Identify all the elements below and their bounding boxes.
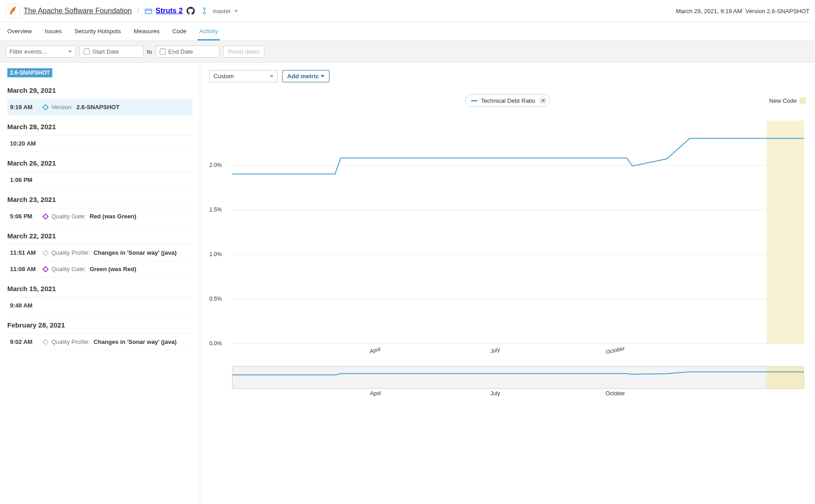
event-label: Quality Gate:: [51, 213, 86, 220]
header-meta: March 29, 2021, 9:19 AM Version 2.6-SNAP…: [676, 8, 810, 15]
event-marker-icon: [42, 338, 49, 345]
y-tick-label: 0.0%: [209, 340, 222, 347]
github-icon[interactable]: [187, 7, 195, 15]
day-date: March 15, 2021: [7, 277, 192, 297]
event-value: Changes in 'Sonar way' (java): [94, 338, 177, 345]
svg-point-3: [203, 12, 205, 14]
calendar-icon: [160, 49, 166, 55]
chart-area[interactable]: 0.0%0.5%1.0%1.5%2.0%AprilJulyOctober: [232, 121, 804, 343]
series-color-swatch: [471, 100, 477, 101]
activity-event-row[interactable]: 9:19 AMVersion:2.6-SNAPSHOT: [7, 99, 192, 116]
event-time: 11:08 AM: [10, 266, 40, 272]
day-block: February 28, 20219:02 AMQuality Profile:…: [0, 314, 200, 350]
day-block: March 26, 20211:06 PM: [0, 152, 200, 188]
nav-code[interactable]: Code: [171, 22, 188, 40]
newcode-legend: New Code: [769, 97, 806, 104]
day-date: February 28, 2021: [7, 314, 192, 334]
feather-icon: [9, 6, 17, 15]
last-analysis-time: March 29, 2021, 9:19 AM: [676, 8, 742, 15]
day-block: March 28, 202110:20 AM: [0, 116, 200, 152]
event-label: Quality Profile:: [51, 338, 90, 345]
version-sticky-tag: 2.6-SNAPSHOT: [7, 68, 52, 77]
overview-x-tick-label: October: [606, 390, 625, 397]
project-logo: [5, 4, 20, 18]
activity-event-row[interactable]: 1:06 PM: [7, 172, 192, 188]
nav-activity[interactable]: Activity: [197, 22, 220, 40]
nav-security-hotspots[interactable]: Security Hotspots: [73, 22, 123, 40]
to-label: to: [147, 48, 152, 55]
chevron-down-icon: [321, 75, 324, 77]
graph-type-dropdown[interactable]: Custom: [209, 70, 278, 82]
x-tick-label: October: [605, 345, 626, 356]
day-date: March 26, 2021: [7, 152, 192, 172]
reset-dates-button[interactable]: Reset dates: [223, 45, 264, 58]
project-version: Version 2.6-SNAPSHOT: [745, 8, 810, 15]
add-metric-button[interactable]: Add metric: [282, 70, 329, 82]
day-block: March 22, 202111:51 AMQuality Profile:Ch…: [0, 225, 200, 277]
project-icon: [145, 8, 152, 14]
event-time: 11:51 AM: [10, 249, 40, 256]
activity-event-row[interactable]: 9:02 AMQuality Profile:Changes in 'Sonar…: [7, 334, 192, 350]
graph-type-value: Custom: [213, 73, 234, 80]
activity-sidebar[interactable]: 2.6-SNAPSHOT March 29, 20219:19 AMVersio…: [0, 63, 200, 504]
event-label: Quality Profile:: [51, 249, 90, 256]
svg-rect-0: [145, 9, 152, 14]
event-marker-icon: [42, 266, 49, 272]
branch-caret-icon[interactable]: [234, 10, 238, 12]
event-time: 9:02 AM: [10, 338, 40, 345]
event-time: 1:06 PM: [10, 176, 40, 183]
day-date: March 28, 2021: [7, 116, 192, 136]
org-link[interactable]: The Apache Software Foundation: [24, 7, 132, 15]
chevron-down-icon: [68, 50, 72, 53]
end-date-input[interactable]: End Date: [156, 45, 219, 58]
day-block: March 15, 20219:48 AM: [0, 277, 200, 314]
event-marker-icon: [42, 249, 49, 256]
activity-event-row[interactable]: 11:51 AMQuality Profile:Changes in 'Sona…: [7, 245, 192, 261]
start-date-placeholder: Start Date: [92, 48, 119, 55]
gridline: [232, 343, 804, 344]
chart-panel: Custom Add metric Technical Debt Ratio ✕…: [200, 63, 815, 504]
overview-x-tick-label: April: [370, 390, 381, 397]
y-tick-label: 0.5%: [209, 296, 222, 302]
activity-event-row[interactable]: 11:08 AMQuality Gate:Green (was Red): [7, 261, 192, 277]
chart-line: [232, 121, 804, 343]
event-value: Changes in 'Sonar way' (java): [94, 249, 177, 256]
nav-measures[interactable]: Measures: [132, 22, 162, 40]
newcode-swatch: [800, 97, 806, 104]
activity-event-row[interactable]: 10:20 AM: [7, 136, 192, 152]
branch-name[interactable]: master: [213, 8, 231, 15]
remove-metric-button[interactable]: ✕: [539, 96, 547, 105]
x-tick-label: July: [490, 346, 501, 354]
branch-icon: [203, 7, 208, 15]
nav-issues[interactable]: Issues: [43, 22, 64, 40]
nav-overview[interactable]: Overview: [5, 22, 34, 40]
main-content: 2.6-SNAPSHOT March 29, 20219:19 AMVersio…: [0, 63, 815, 504]
y-tick-label: 1.0%: [209, 251, 222, 257]
day-date: March 29, 2021: [7, 79, 192, 99]
event-label: Version:: [51, 104, 73, 111]
chart-legend: Technical Debt Ratio ✕ New Code: [209, 94, 806, 107]
calendar-icon: [84, 49, 90, 55]
event-time: 9:48 AM: [10, 302, 40, 309]
activity-event-row[interactable]: 5:06 PMQuality Gate:Red (was Green): [7, 208, 192, 225]
activity-event-row[interactable]: 9:48 AM: [7, 297, 192, 314]
day-block: March 29, 20219:19 AMVersion:2.6-SNAPSHO…: [0, 79, 200, 116]
day-date: March 22, 2021: [7, 225, 192, 245]
filter-bar: Filter events... Start Date to End Date …: [0, 41, 815, 63]
event-time: 9:19 AM: [10, 104, 40, 111]
overview-line: [233, 367, 804, 388]
event-label: Quality Gate:: [51, 266, 86, 272]
main-nav: Overview Issues Security Hotspots Measur…: [0, 22, 815, 41]
filter-events-dropdown[interactable]: Filter events...: [5, 45, 76, 58]
project-link[interactable]: Struts 2: [156, 7, 183, 15]
project-header: The Apache Software Foundation / Struts …: [0, 0, 815, 22]
chevron-down-icon: [270, 75, 273, 77]
start-date-input[interactable]: Start Date: [80, 45, 143, 58]
event-value: Green (was Red): [90, 266, 137, 272]
event-marker-icon: [42, 104, 49, 110]
newcode-legend-label: New Code: [769, 97, 797, 104]
event-value: Red (was Green): [90, 213, 137, 220]
chart-overview[interactable]: AprilJulyOctober: [232, 366, 804, 389]
breadcrumb-separator: /: [137, 7, 139, 15]
y-tick-label: 1.5%: [209, 207, 222, 213]
